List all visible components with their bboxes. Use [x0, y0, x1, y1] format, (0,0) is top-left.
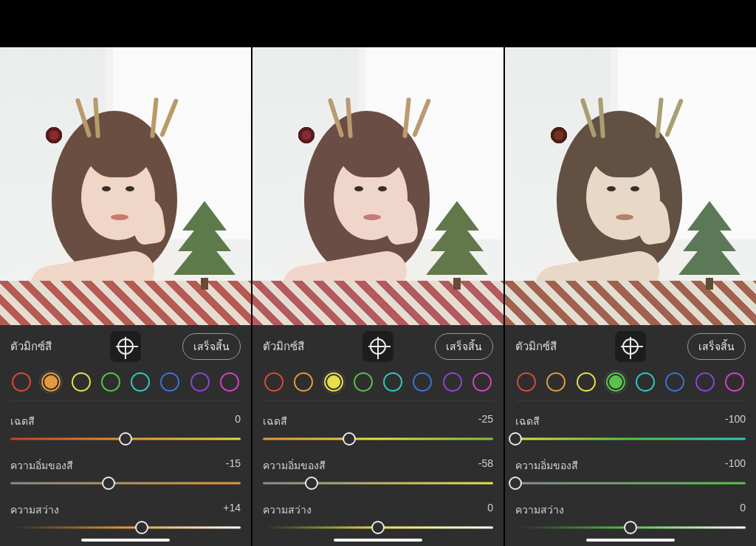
slider-label: ความสว่าง [263, 502, 312, 518]
swatch-orange[interactable] [41, 372, 61, 392]
saturation-slider-row: ความอิ่มของสี-15 [10, 457, 241, 488]
swatch-aqua[interactable] [131, 372, 150, 392]
slider-thumb[interactable] [509, 432, 522, 446]
photo-preview[interactable] [505, 0, 756, 325]
slider-thumb[interactable] [624, 521, 637, 534]
slider-label: เฉดสี [263, 413, 287, 429]
saturation-slider-row: ความอิ่มของสี-100 [515, 457, 746, 488]
hue-swatch-row [263, 368, 493, 400]
targeted-adjust-button[interactable] [615, 331, 646, 362]
swatch-purple[interactable] [695, 372, 715, 392]
targeted-adjust-button[interactable] [110, 331, 141, 362]
hue-swatch-row [10, 368, 241, 400]
panel-title: ตัวมิกซ์สี [263, 338, 304, 355]
slider-label: เฉดสี [10, 413, 35, 429]
slider-thumb[interactable] [509, 477, 522, 490]
photo-preview[interactable] [0, 0, 251, 325]
target-icon [622, 338, 639, 355]
home-indicator[interactable] [586, 539, 675, 542]
photo-preview[interactable] [252, 0, 504, 325]
panel-toolbar: ตัวมิกซ์สีเสร็จสิ้น [10, 325, 241, 368]
swatch-aqua[interactable] [383, 372, 402, 392]
slider-value: -25 [478, 413, 493, 429]
swatch-purple[interactable] [443, 372, 462, 392]
home-indicator[interactable] [81, 539, 170, 542]
hue-slider[interactable] [515, 434, 746, 444]
hue-slider-row: เฉดสี-100 [515, 413, 746, 444]
swatch-blue[interactable] [160, 372, 179, 392]
swatch-yellow[interactable] [324, 372, 343, 392]
slider-label: ความสว่าง [515, 502, 564, 518]
slider-value: -58 [478, 457, 493, 474]
slider-thumb[interactable] [305, 477, 318, 490]
saturation-slider[interactable] [10, 478, 241, 488]
done-button[interactable]: เสร็จสิ้น [182, 333, 241, 360]
luminance-slider-row: ความสว่าง0 [263, 502, 493, 533]
home-indicator[interactable] [334, 539, 422, 542]
slider-label: ความอิ่มของสี [263, 457, 326, 474]
swatch-blue[interactable] [413, 372, 432, 392]
editor-pane: ตัวมิกซ์สีเสร็จสิ้นเฉดสี0ความอิ่มของสี-1… [0, 0, 251, 546]
hue-slider-row: เฉดสี-25 [263, 413, 493, 444]
panel-title: ตัวมิกซ์สี [10, 338, 52, 355]
swatch-yellow[interactable] [577, 372, 596, 392]
slider-label: เฉดสี [515, 413, 540, 429]
luminance-slider[interactable] [515, 522, 746, 533]
swatch-red[interactable] [12, 372, 31, 392]
target-icon [117, 338, 134, 355]
hue-swatch-row [515, 368, 746, 400]
slider-thumb[interactable] [343, 432, 356, 446]
slider-value: 0 [235, 413, 241, 429]
swatch-orange[interactable] [294, 372, 313, 392]
slider-thumb[interactable] [102, 477, 115, 490]
luminance-slider-row: ความสว่าง+14 [10, 502, 241, 533]
saturation-slider[interactable] [263, 478, 493, 488]
luminance-slider[interactable] [10, 522, 241, 533]
swatch-purple[interactable] [190, 372, 210, 392]
targeted-adjust-button[interactable] [362, 331, 394, 362]
swatch-magenta[interactable] [725, 372, 744, 392]
swatch-yellow[interactable] [72, 372, 91, 392]
slider-label: ความอิ่มของสี [10, 457, 73, 474]
slider-label: ความสว่าง [10, 502, 59, 518]
swatch-aqua[interactable] [636, 372, 655, 392]
slider-value: -100 [725, 413, 746, 429]
panel-title: ตัวมิกซ์สี [515, 338, 557, 355]
swatch-green[interactable] [606, 372, 625, 392]
color-mix-panel: ตัวมิกซ์สีเสร็จสิ้นเฉดสี-25ความอิ่มของสี… [252, 325, 504, 546]
sliders-group: เฉดสี0ความอิ่มของสี-15ความสว่าง+14 [10, 400, 241, 533]
slider-value: +14 [223, 502, 241, 518]
done-button[interactable]: เสร็จสิ้น [435, 333, 493, 360]
luminance-slider[interactable] [263, 522, 493, 533]
hue-slider-row: เฉดสี0 [10, 413, 241, 444]
swatch-green[interactable] [354, 372, 373, 392]
swatch-red[interactable] [517, 372, 536, 392]
saturation-slider-row: ความอิ่มของสี-58 [263, 457, 493, 488]
target-icon [370, 338, 386, 355]
swatch-green[interactable] [101, 372, 120, 392]
slider-value: 0 [487, 502, 493, 518]
swatch-blue[interactable] [665, 372, 684, 392]
swatch-magenta[interactable] [472, 372, 492, 392]
color-mix-panel: ตัวมิกซ์สีเสร็จสิ้นเฉดสี-100ความอิ่มของส… [505, 325, 756, 546]
sliders-group: เฉดสี-25ความอิ่มของสี-58ความสว่าง0 [263, 400, 493, 533]
hue-slider[interactable] [10, 434, 241, 444]
slider-label: ความอิ่มของสี [515, 457, 578, 474]
color-mix-panel: ตัวมิกซ์สีเสร็จสิ้นเฉดสี0ความอิ่มของสี-1… [0, 325, 251, 546]
slider-value: -100 [725, 457, 746, 474]
slider-thumb[interactable] [135, 521, 148, 534]
hue-slider[interactable] [263, 434, 493, 444]
editor-pane: ตัวมิกซ์สีเสร็จสิ้นเฉดสี-25ความอิ่มของสี… [252, 0, 504, 546]
swatch-orange[interactable] [546, 372, 566, 392]
panel-toolbar: ตัวมิกซ์สีเสร็จสิ้น [263, 325, 493, 368]
sliders-group: เฉดสี-100ความอิ่มของสี-100ความสว่าง0 [515, 400, 746, 533]
slider-thumb[interactable] [371, 521, 385, 534]
saturation-slider[interactable] [515, 478, 746, 488]
swatch-magenta[interactable] [220, 372, 239, 392]
slider-thumb[interactable] [119, 432, 132, 446]
panel-toolbar: ตัวมิกซ์สีเสร็จสิ้น [515, 325, 746, 368]
slider-value: 0 [740, 502, 746, 518]
swatch-red[interactable] [264, 372, 284, 392]
done-button[interactable]: เสร็จสิ้น [687, 333, 746, 360]
triptych: ตัวมิกซ์สีเสร็จสิ้นเฉดสี0ความอิ่มของสี-1… [0, 0, 756, 546]
